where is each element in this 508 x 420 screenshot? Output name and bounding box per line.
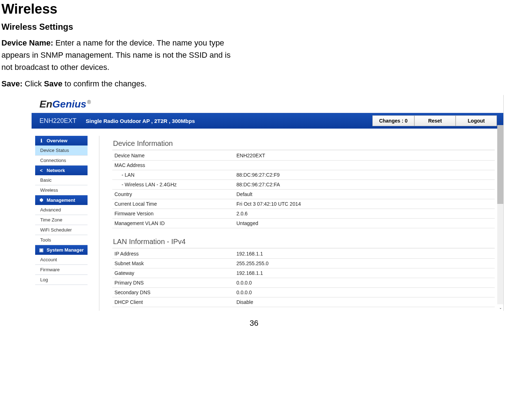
sidebar-item-advanced[interactable]: Advanced [35, 205, 88, 215]
brand-row: EnGenius® [32, 95, 503, 113]
value: 0.0.0.0 [234, 288, 495, 297]
product-desc: Single Radio Outdoor AP , 2T2R , 300Mbps [86, 118, 195, 124]
label-save: Save: [1, 79, 23, 88]
sidebar-item-label: Account [40, 257, 57, 262]
sidebar-item-basic[interactable]: Basic [35, 175, 88, 185]
paragraph-device-name: Device Name: Enter a name for the device… [1, 37, 231, 73]
sidebar-item-connections[interactable]: Connections [35, 156, 88, 166]
key: IP Address [112, 249, 234, 259]
network-icon: < [39, 168, 44, 173]
sidebar-item-label: Wireless [40, 187, 58, 193]
changes-button[interactable]: Changes : 0 [372, 115, 414, 126]
key: DHCP Client [112, 297, 234, 307]
table-row: Secondary DNS0.0.0.0 [112, 288, 495, 297]
table-row: Primary DNS0.0.0.0 [112, 278, 495, 288]
key: Management VLAN ID [112, 219, 234, 228]
table-row: - Wireless LAN - 2.4GHz88:DC:96:27:C2:FA [112, 180, 495, 190]
key: Secondary DNS [112, 288, 234, 297]
table-row: IP Address192.168.1.1 [112, 249, 495, 259]
sidebar-item-label: Tools [40, 237, 51, 243]
value: Default [234, 190, 495, 199]
scroll-up-icon[interactable]: ⌃ [498, 119, 503, 124]
sidebar-item-device-status[interactable]: Device Status [35, 145, 88, 156]
info-icon: ℹ [39, 138, 44, 143]
sidebar-section-system-manager[interactable]: ▣ System Manager [35, 245, 88, 255]
value [234, 161, 495, 170]
value: 0.0.0.0 [234, 278, 495, 288]
monitor-icon: ▣ [39, 247, 44, 253]
table-row: Gateway192.168.1.1 [112, 268, 495, 278]
sidebar-item-tools[interactable]: Tools [35, 235, 88, 245]
key: Device Name [112, 151, 234, 161]
sidebar-item-label: Basic [40, 177, 52, 183]
panel-title-lan-info: LAN Information - IPv4 [112, 236, 495, 248]
table-row: MAC Address [112, 161, 495, 170]
sidebar-item-label: Connections [40, 158, 66, 163]
table-row: Current Local TimeFri Oct 3 07:42:10 UTC… [112, 199, 495, 209]
main-panel: Device Information Device NameENH220EXT … [111, 136, 503, 311]
table-row: Management VLAN IDUntagged [112, 219, 495, 228]
sidebar-item-wifi-scheduler[interactable]: WiFi Scheduler [35, 225, 88, 235]
sidebar-item-label: Advanced [40, 207, 61, 213]
text-save-strong: Save [44, 79, 62, 88]
sidebar-item-wireless[interactable]: Wireless [35, 185, 88, 195]
vertical-divider [99, 136, 99, 311]
table-row: Firmware Version2.0.6 [112, 209, 495, 219]
text-save-lead: Click [23, 79, 44, 88]
reset-button[interactable]: Reset [414, 115, 456, 126]
sidebar-item-label: Firmware [40, 267, 60, 272]
scroll-down-icon[interactable]: ⌄ [498, 305, 503, 310]
scrollbar[interactable] [497, 125, 503, 304]
value: 88:DC:96:27:C2:FA [234, 180, 495, 190]
key: Firmware Version [112, 209, 234, 219]
sidebar-section-network[interactable]: < Network [35, 166, 88, 175]
table-row: Device NameENH220EXT [112, 151, 495, 161]
product-bar: ENH220EXT Single Radio Outdoor AP , 2T2R… [32, 113, 503, 129]
sidebar-item-timezone[interactable]: Time Zone [35, 215, 88, 225]
page-number: 36 [0, 319, 508, 328]
sidebar-item-firmware[interactable]: Firmware [35, 265, 88, 275]
key: - LAN [112, 170, 234, 180]
section-title: Wireless Settings [1, 22, 508, 32]
key: Gateway [112, 268, 234, 278]
key: MAC Address [112, 161, 234, 170]
sidebar-item-label: Device Status [40, 148, 69, 153]
gear-icon: ✽ [39, 197, 44, 203]
key: Subnet Mask [112, 259, 234, 268]
sidebar-item-account[interactable]: Account [35, 255, 88, 265]
brand-logo: EnGenius® [39, 99, 91, 110]
sidebar-section-label: Management [47, 197, 75, 203]
sidebar: ℹ Overview Device Status Connections < N… [35, 136, 88, 311]
table-row: DHCP ClientDisable [112, 297, 495, 307]
label-device-name: Device Name: [1, 38, 53, 47]
value: 2.0.6 [234, 209, 495, 219]
sidebar-section-label: Overview [47, 138, 67, 143]
sidebar-section-overview[interactable]: ℹ Overview [35, 136, 88, 145]
sidebar-item-log[interactable]: Log [35, 275, 88, 285]
panel-title-device-info: Device Information [112, 138, 495, 150]
logout-button[interactable]: Logout [456, 115, 497, 126]
key: Current Local Time [112, 199, 234, 209]
sidebar-item-label: Time Zone [40, 217, 62, 223]
brand-part2: Genius [52, 99, 86, 110]
value: 192.168.1.1 [234, 268, 495, 278]
key: Primary DNS [112, 278, 234, 288]
paragraph-save: Save: Click Save to confirm the changes. [1, 78, 231, 90]
sidebar-section-label: Network [47, 168, 65, 173]
product-name: ENH220EXT [39, 117, 76, 125]
value: Untagged [234, 219, 495, 228]
value: ENH220EXT [234, 151, 495, 161]
table-row: - LAN88:DC:96:27:C2:F9 [112, 170, 495, 180]
lan-info-table: IP Address192.168.1.1 Subnet Mask255.255… [112, 249, 495, 307]
device-info-table: Device NameENH220EXT MAC Address - LAN88… [112, 151, 495, 228]
embedded-screenshot: EnGenius® ENH220EXT Single Radio Outdoor… [32, 95, 504, 311]
value: Fri Oct 3 07:42:10 UTC 2014 [234, 199, 495, 209]
value: 88:DC:96:27:C2:F9 [234, 170, 495, 180]
key: - Wireless LAN - 2.4GHz [112, 180, 234, 190]
value: Disable [234, 297, 495, 307]
table-row: CountryDefault [112, 190, 495, 199]
sidebar-section-management[interactable]: ✽ Management [35, 195, 88, 205]
brand-reg: ® [87, 99, 91, 105]
brand-part1: En [39, 99, 52, 110]
scrollbar-thumb[interactable] [497, 125, 503, 204]
